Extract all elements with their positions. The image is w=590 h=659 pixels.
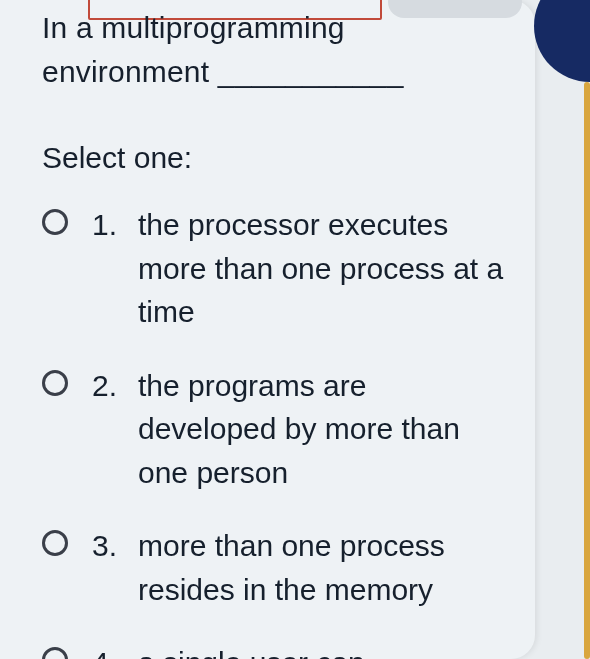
radio-option-4[interactable] <box>42 647 68 659</box>
radio-option-3[interactable] <box>42 530 68 556</box>
radio-option-2[interactable] <box>42 370 68 396</box>
question-card: In a multiprogramming environment ______… <box>0 0 535 659</box>
option-text: a single user can <box>132 641 505 659</box>
floating-action-button[interactable] <box>534 0 590 82</box>
radio-option-1[interactable] <box>42 209 68 235</box>
side-accent-stripe <box>584 82 590 659</box>
option-number: 2. <box>92 364 132 408</box>
select-one-label: Select one: <box>42 141 505 175</box>
option-number: 4. <box>92 641 132 659</box>
options-list: 1. the processor executes more than one … <box>42 203 505 659</box>
option-4: 4. a single user can <box>42 641 505 659</box>
option-1: 1. the processor executes more than one … <box>42 203 505 334</box>
option-text: more than one process resides in the mem… <box>132 524 505 611</box>
content-area: In a multiprogramming environment ______… <box>42 6 505 659</box>
option-text: the processor executes more than one pro… <box>132 203 505 334</box>
option-3: 3. more than one process resides in the … <box>42 524 505 611</box>
option-text: the programs are developed by more than … <box>132 364 505 495</box>
question-text: In a multiprogramming environment ______… <box>42 6 505 93</box>
page: In a multiprogramming environment ______… <box>0 0 590 659</box>
option-number: 1. <box>92 203 132 247</box>
option-number: 3. <box>92 524 132 568</box>
option-2: 2. the programs are developed by more th… <box>42 364 505 495</box>
